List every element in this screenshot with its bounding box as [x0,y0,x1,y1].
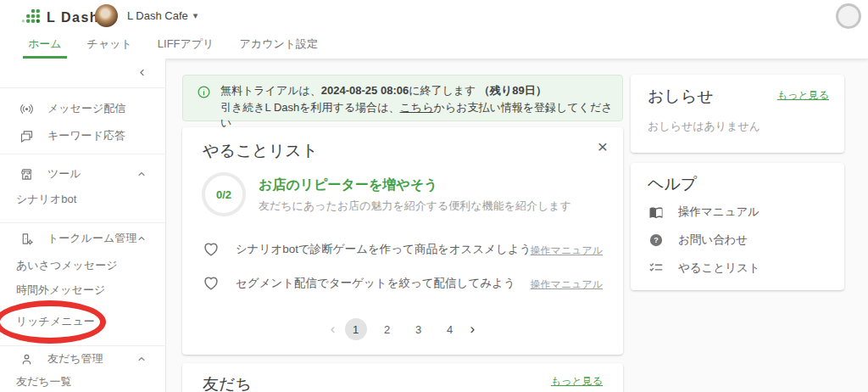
sidebar-item-label: キーワード応答 [47,128,125,143]
trial-banner: 無料トライアルは、2024-08-25 08:06に終了します （残り89日） … [182,75,623,121]
chevron-left-icon [136,67,148,81]
sidebar-group-label: 友だち管理 [47,351,103,367]
user-avatar-placeholder[interactable] [836,3,861,29]
help-item-manual[interactable]: 操作マニュアル [631,201,844,223]
todo-item-text: シナリオbotで診断ゲームを作って商品をオススメしよう [236,242,531,257]
pagination-page-3[interactable]: 3 [408,318,430,340]
close-icon[interactable]: × [598,137,608,155]
trial-text-mid: に終了します [409,84,479,97]
chevron-up-icon [136,232,147,244]
pagination-page-1[interactable]: 1 [345,318,367,340]
help-item-contact[interactable]: ? お問い合わせ [631,229,844,251]
todo-section-description: 友だちにあったお店の魅力を紹介する便利な機能を紹介します [259,199,571,214]
sidebar: メッセージ配信 キーワード応答 ツール シナリオbot [0,59,166,392]
main-nav-tabs: ホーム チャット LIFFアプリ アカウント設定 [23,32,338,59]
trial-text-prefix: 無料トライアルは、 [220,84,321,97]
sidebar-group-friend-management[interactable]: 友だち管理 [0,347,166,371]
todo-progress-ring: 0/2 [202,172,246,216]
friends-card-title: 友だち [203,373,252,392]
tab-liff-app[interactable]: LIFFアプリ [153,32,220,59]
help-card-title: ヘルプ [648,173,697,195]
sidebar-divider [0,87,166,88]
store-icon [19,166,34,182]
sidebar-divider [0,345,166,346]
sidebar-item-rich-menu[interactable]: リッチメニュー [0,310,166,333]
pagination-next-icon[interactable]: › [470,321,476,338]
sidebar-item-greeting-message[interactable]: あいさつメッセージ [0,254,166,277]
todo-item-manual-link[interactable]: 操作マニュアル [531,244,603,258]
logo-text: L Dash [47,10,99,25]
heart-icon[interactable] [202,239,220,261]
sidebar-item-afterhours-message[interactable]: 時間外メッセージ [0,278,166,302]
sidebar-item-keyword-reply[interactable]: キーワード応答 [0,124,166,148]
sidebar-item-label: シナリオbot [16,192,76,207]
trial-banner-line1: 無料トライアルは、2024-08-25 08:06に終了します （残り89日） [220,83,547,98]
account-avatar[interactable] [95,4,118,27]
sidebar-group-tools[interactable]: ツール [0,162,166,186]
friends-more-link[interactable]: もっと見る [551,374,603,389]
tab-home[interactable]: ホーム [23,32,67,59]
account-switcher[interactable]: L Dash Cafe ▾ [127,9,198,22]
sidebar-group-label: ツール [47,166,81,182]
help-item-todo-list[interactable]: やることリスト [631,257,844,279]
person-icon [19,351,34,367]
trial-days-left: （残り89日） [479,84,547,97]
sidebar-group-label: トークルーム管理 [47,231,136,246]
logo-dots-icon [20,7,42,28]
notice-card: おしらせ もっと見る おしらせはありません [631,75,844,153]
notice-empty-message: おしらせはありません [648,119,760,134]
help-card: ヘルプ 操作マニュアル ? お問い合わせ やることリスト [631,163,844,290]
app-logo[interactable]: L Dash [20,7,99,28]
payment-text-prefix: 引き続きL Dashを利用する場合は、 [220,101,400,114]
todo-list-card: やることリスト × 0/2 お店のリピーターを増やそう 友だちにあったお店の魅力… [182,127,623,355]
app-header: L Dash L Dash Cafe ▾ ホーム チャット LIFFアプリ アカ… [0,0,868,59]
chevron-up-icon [136,353,147,365]
account-name: L Dash Cafe [127,9,188,22]
trial-banner-line2: 引き続きL Dashを利用する場合は、こちらからお支払い情報を登録してください [220,100,622,131]
app-root: L Dash L Dash Cafe ▾ ホーム チャット LIFFアプリ アカ… [0,0,868,392]
help-item-label: やることリスト [678,260,760,276]
sidebar-collapse-button[interactable] [136,66,151,81]
broadcast-icon [19,101,34,116]
chat-icon [19,128,34,143]
sidebar-item-scenario-bot[interactable]: シナリオbot [0,188,166,211]
trial-end-datetime: 2024-08-25 08:06 [321,84,409,97]
friends-card: 友だち もっと見る [182,363,623,392]
help-item-label: お問い合わせ [678,232,748,248]
sidebar-item-label: メッセージ配信 [47,101,125,116]
tab-chat[interactable]: チャット [82,32,137,59]
sidebar-group-talkroom-management[interactable]: トークルーム管理 [0,227,166,250]
tab-account-settings[interactable]: アカウント設定 [234,32,323,59]
pagination-prev-icon[interactable]: ‹ [331,321,336,338]
manual-book-icon [648,204,665,221]
todo-card-title: やることリスト [203,140,318,162]
sidebar-item-message-broadcast[interactable]: メッセージ配信 [0,97,166,120]
caret-down-icon: ▾ [193,10,198,21]
room-settings-icon [19,231,34,246]
todo-item: セグメント配信でターゲットを絞って配信してみよう 操作マニュアル [182,270,623,297]
sidebar-divider [0,222,166,223]
sidebar-item-label: リッチメニュー [16,314,95,329]
sidebar-item-label: 友だち一覧 [16,374,72,389]
todo-section-title: お店のリピーターを増やそう [259,176,437,194]
heart-icon[interactable] [202,273,220,295]
pagination-page-2[interactable]: 2 [376,318,398,340]
checklist-icon [648,260,665,277]
todo-progress-value: 0/2 [216,188,231,201]
sidebar-item-label: あいさつメッセージ [16,258,117,273]
sidebar-item-friend-list[interactable]: 友だち一覧 [0,370,166,392]
todo-pagination: ‹ 1 2 3 4 › [182,318,623,340]
notice-more-link[interactable]: もっと見る [777,88,829,103]
sidebar-item-label: 時間外メッセージ [16,283,105,298]
notice-card-title: おしらせ [648,86,714,108]
chevron-up-icon [136,168,147,180]
help-circle-icon: ? [648,232,665,249]
payment-register-link[interactable]: こちら [400,101,434,114]
todo-item: シナリオbotで診断ゲームを作って商品をオススメしよう 操作マニュアル [182,236,623,263]
sidebar-divider [0,154,166,154]
info-icon [197,85,211,103]
todo-item-manual-link[interactable]: 操作マニュアル [531,277,603,292]
pagination-page-4[interactable]: 4 [439,318,461,340]
todo-item-text: セグメント配信でターゲットを絞って配信してみよう [236,276,515,291]
help-item-label: 操作マニュアル [678,204,760,220]
